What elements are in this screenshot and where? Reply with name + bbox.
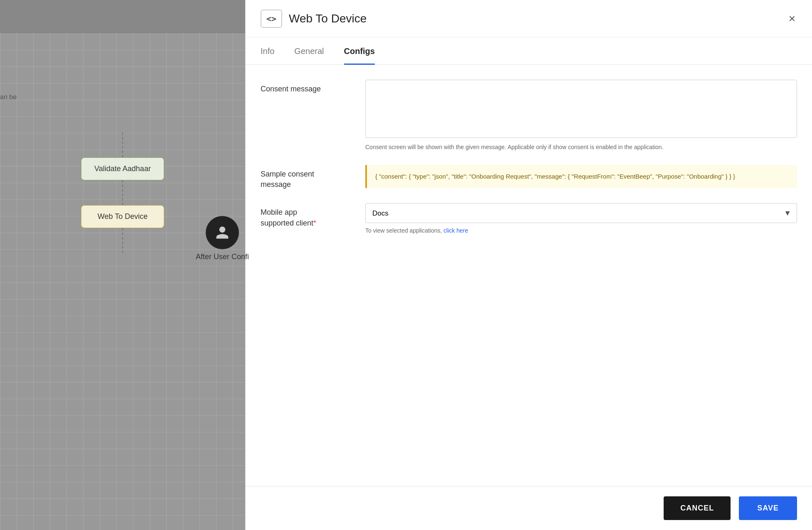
modal-content: Consent message Consent screen will be s… [246, 65, 812, 486]
validate-node: Validate Aadhaar [81, 157, 164, 180]
tab-general[interactable]: General [294, 37, 324, 65]
code-icon: <> [266, 14, 276, 24]
sample-consent-label: Sample consent message [261, 165, 352, 190]
user-node: After User Confi [196, 216, 249, 261]
sample-consent-field: { "consent": { "type": "json", "title": … [365, 165, 797, 188]
click-here-link[interactable]: click here [443, 227, 468, 234]
connector-line-2 [122, 180, 123, 205]
mobile-app-label: Mobile app supported client* [261, 203, 352, 228]
sample-consent-value: { "consent": { "type": "json", "title": … [375, 173, 735, 180]
tab-configs[interactable]: Configs [344, 37, 375, 65]
person-icon [215, 225, 230, 240]
flow-diagram: After User Confi Validate Aadhaar Web To… [0, 71, 245, 530]
consent-message-hint: Consent screen will be shown with the gi… [365, 143, 797, 152]
modal-title: Web To Device [289, 12, 367, 25]
sample-consent-row: Sample consent message { "consent": { "t… [261, 165, 797, 190]
mobile-app-row: Mobile app supported client* Docs Option… [261, 203, 797, 235]
user-avatar [206, 216, 239, 249]
web-to-device-node: Web To Device [81, 205, 164, 228]
consent-message-row: Consent message Consent screen will be s… [261, 80, 797, 152]
modal-footer: CANCEL SAVE [246, 486, 812, 530]
consent-message-label: Consent message [261, 80, 352, 94]
code-icon-box: <> [261, 10, 282, 28]
hint-prefix: To view selected applications, [365, 227, 442, 234]
left-top-bar [0, 0, 245, 33]
modal-header: <> Web To Device × [246, 0, 812, 37]
grid-background: an be After User Confi Validate Aadhaar [0, 33, 245, 530]
cancel-button[interactable]: CANCEL [664, 496, 731, 520]
close-button[interactable]: × [787, 11, 797, 26]
consent-message-textarea[interactable] [365, 80, 797, 138]
consent-message-field: Consent screen will be shown with the gi… [365, 80, 797, 152]
tab-info[interactable]: Info [261, 37, 274, 65]
mobile-app-field: Docs Option 2 Option 3 ▼ To view selecte… [365, 203, 797, 235]
connector-line-1 [122, 132, 123, 157]
tabs-bar: Info General Configs [246, 37, 812, 65]
mobile-app-select[interactable]: Docs Option 2 Option 3 [365, 203, 797, 223]
mobile-app-hint: To view selected applications, click her… [365, 226, 797, 235]
mobile-app-select-wrapper: Docs Option 2 Option 3 ▼ [365, 203, 797, 223]
mobile-app-label-text: Mobile app supported client [261, 208, 313, 227]
connector-line-3 [122, 228, 123, 253]
required-indicator: * [313, 219, 316, 227]
sample-consent-box: { "consent": { "type": "json", "title": … [365, 165, 797, 188]
after-user-label: After User Confi [196, 253, 249, 261]
left-background-panel: an be After User Confi Validate Aadhaar [0, 0, 245, 530]
modal-header-left: <> Web To Device [261, 10, 367, 28]
save-button[interactable]: SAVE [739, 496, 797, 520]
modal-panel: <> Web To Device × Info General Configs … [245, 0, 812, 530]
